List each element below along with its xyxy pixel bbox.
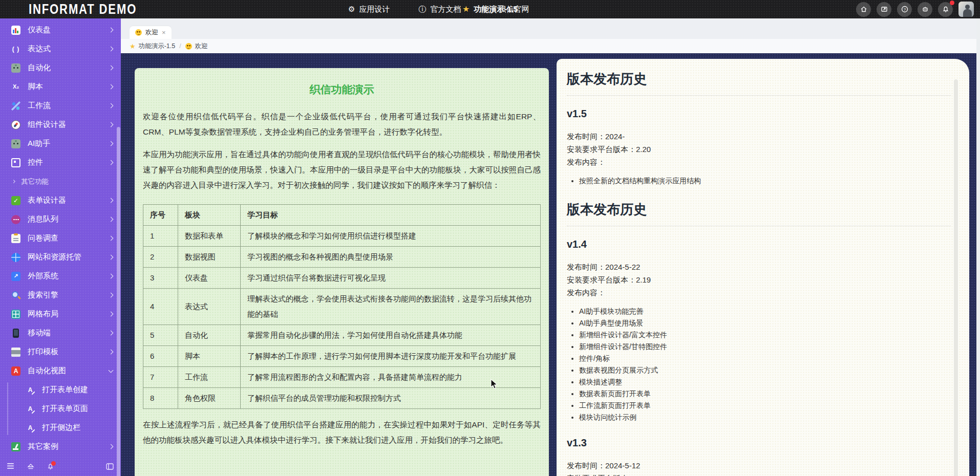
chevron-right-icon	[109, 103, 114, 109]
sidebar-item[interactable]: 控件	[0, 153, 121, 172]
chevron-right-icon	[109, 331, 114, 336]
sidebar-subitem[interactable]: A 打开侧边栏	[0, 418, 121, 437]
window-share-icon	[880, 5, 888, 13]
chevron-right-icon	[109, 217, 114, 222]
automation-view-icon: A	[11, 366, 20, 376]
automation-view-sub-icon: A	[26, 404, 35, 414]
topbar-menu-item[interactable]: ⓘ 官方文档	[418, 5, 461, 14]
notifications-button[interactable]	[938, 2, 953, 17]
window-share-button[interactable]	[877, 2, 891, 17]
release-date-label: 发布时间：	[567, 461, 605, 470]
table-cell-module: 自动化	[178, 325, 241, 346]
notification-badge	[51, 461, 56, 466]
sidebar-item[interactable]: ✓ 表单设计器	[0, 191, 121, 210]
sidebar-item[interactable]: 问卷调查	[0, 229, 121, 248]
close-icon[interactable]: ×	[162, 29, 166, 36]
sidebar-item[interactable]: AI助手	[0, 134, 121, 153]
sidebar-item[interactable]: 自动化	[0, 58, 121, 77]
table-row: 1 数据和表单 了解模块的概念和学习如何使用织信进行模型搭建	[143, 226, 541, 247]
table-cell-index: 2	[143, 247, 178, 268]
table-header-cell: 板块	[178, 205, 241, 226]
release-section-v13: v1.3 发布时间：2024-5-12 安装要求平台版本：2.19	[567, 437, 951, 476]
chevron-right-icon	[109, 198, 114, 203]
component-designer-icon	[11, 120, 20, 129]
tab-welcome[interactable]: 欢迎 ×	[130, 26, 172, 39]
release-date: 2024-	[605, 132, 625, 141]
sidebar-item[interactable]: 网格布局	[0, 305, 121, 323]
sidebar-item[interactable]: ↗ 外部系统	[0, 267, 121, 286]
bell-icon[interactable]	[47, 463, 54, 470]
robot-button[interactable]	[918, 2, 932, 17]
release-notes-list: AI助手模块功能完善AI助手典型使用场景新增组件设计器/富文本控件新增组件设计器…	[579, 307, 951, 422]
sidebar-item[interactable]: ( ) 表达式	[0, 39, 121, 58]
home-icon	[860, 5, 868, 13]
avatar[interactable]	[958, 2, 974, 17]
topbar-menu-item[interactable]: ⚙ 应用设计	[348, 5, 390, 14]
gear-icon: ⚙	[348, 5, 355, 14]
sidebar-item[interactable]: 移动端	[0, 323, 121, 342]
table-cell-index: 6	[143, 346, 178, 367]
chevron-down-icon	[109, 367, 114, 373]
breadcrumb: ★ 功能演示-1.5 / 欢迎	[121, 39, 980, 53]
sidebar-subitem[interactable]: A 打开表单页面	[0, 399, 121, 418]
topbar-actions: ?	[856, 2, 974, 17]
table-cell-index: 7	[143, 367, 178, 388]
sidebar-group-other-functions[interactable]: 其它功能	[0, 172, 121, 191]
table-cell-index: 4	[143, 289, 178, 325]
table-cell-goal: 了解脚本的工作原理，进行学习如何使用脚本进行深度功能开发和平台功能扩展	[241, 346, 541, 367]
current-app-title: ★ 功能演示-1.5	[462, 5, 518, 14]
sidebar-subitem[interactable]: A 打开表单创建	[0, 380, 121, 399]
release-note-item: AI助手模块功能完善	[579, 307, 951, 316]
table-cell-goal: 了解织信平台的成员管理功能和权限控制方式	[241, 388, 541, 409]
menu-lines-icon[interactable]	[7, 463, 15, 469]
sidebar-footer	[0, 457, 121, 476]
breadcrumb-current[interactable]: 欢迎	[185, 42, 208, 51]
form-designer-icon: ✓	[11, 196, 20, 205]
sidebar-item[interactable]: 搜索引擎	[0, 286, 121, 305]
sidebar-item-automation-view[interactable]: A 自动化视图	[0, 361, 121, 380]
content-label: 发布内容：	[567, 156, 951, 168]
sidebar-item[interactable]: 组件设计器	[0, 115, 121, 134]
release-note-item: 数据表视图分页展示方式	[579, 366, 951, 375]
table-row: 3 仪表盘 学习通过织信平台将数据进行可视化呈现	[143, 268, 541, 289]
bell-icon	[942, 5, 950, 13]
help-icon: ?	[901, 5, 909, 13]
sidebar-scrollbar[interactable]	[117, 127, 120, 476]
sidebar-item-other-cases[interactable]: 其它案例	[0, 437, 121, 456]
sidebar-item[interactable]: 仪表盘	[0, 20, 121, 39]
release-note-item: 模块描述调整	[579, 378, 951, 386]
table-cell-module: 脚本	[178, 346, 241, 367]
page-scrollbar[interactable]	[976, 18, 980, 476]
chevron-right-icon	[109, 28, 114, 33]
home-button[interactable]	[856, 2, 871, 17]
collapse-sidebar-icon[interactable]	[106, 463, 114, 470]
table-cell-index: 8	[143, 388, 178, 409]
sidebar-item[interactable]: 工作流	[0, 96, 121, 115]
table-cell-module: 仪表盘	[178, 268, 241, 289]
sidebar-item[interactable]: 网站和资源托管	[0, 248, 121, 267]
dashboard-icon	[11, 26, 20, 35]
release-panel-scrollbar[interactable]	[954, 79, 958, 476]
sidebar-item[interactable]: 消息队列	[0, 210, 121, 229]
chevron-right-icon	[109, 312, 114, 317]
sidebar-item[interactable]: 打印模板	[0, 342, 121, 361]
content-area: 织信功能演示 欢迎各位使用织信低代码平台。织信是一个企业级低代码平台，使用者可通…	[121, 53, 980, 476]
chevron-right-icon	[12, 180, 15, 183]
sidebar-subitems: A 打开表单创建 A 打开表单页面 A 打开侧边栏	[0, 380, 121, 437]
table-row: 7 工作流 了解常用流程图形的含义和配置内容，具备搭建简单流程的能力	[143, 367, 541, 388]
breadcrumb-root[interactable]: ★ 功能演示-1.5	[130, 42, 175, 51]
sidebar-item[interactable]: X₂ 脚本	[0, 77, 121, 96]
table-header-row: 序号 板块 学习目标	[143, 205, 541, 226]
table-cell-goal: 理解表达式的概念，学会使用表达式衔接各功能间的数据流转，这是学习后续其他功能的基…	[241, 289, 541, 325]
help-button[interactable]: ?	[897, 2, 912, 17]
table-header-cell: 序号	[143, 205, 178, 226]
eject-icon[interactable]	[27, 463, 34, 469]
platform-version: 2.19	[636, 474, 651, 476]
table-cell-index: 3	[143, 268, 178, 289]
chevron-right-icon	[109, 141, 114, 146]
svg-text:?: ?	[903, 7, 906, 12]
external-system-icon: ↗	[11, 272, 20, 281]
automation-view-sub-icon: A	[26, 423, 35, 432]
release-date-label: 发布时间：	[567, 132, 605, 141]
main-area: 欢迎 × ★ 功能演示-1.5 / 欢迎 织信功能演示 欢迎各位使用织信低代码平…	[121, 18, 980, 476]
